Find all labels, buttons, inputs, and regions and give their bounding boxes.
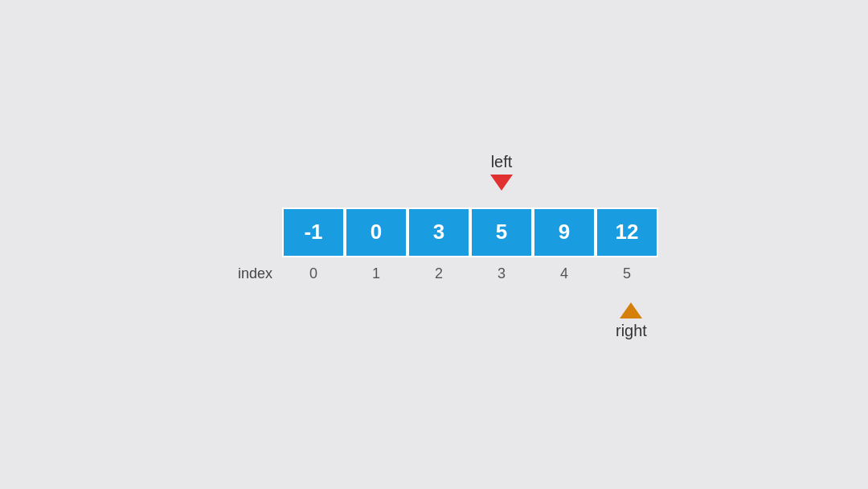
array-cell-4: 9 [533,208,596,257]
index-cell-4: 4 [533,265,596,282]
index-cell-3: 3 [470,265,533,282]
array-cell-3: 5 [470,208,533,257]
index-cell-5: 5 [596,265,658,282]
array-cell-5: 12 [596,208,658,257]
diagram-container: left -1 0 3 5 9 12 inde [210,208,658,282]
index-cell-1: 1 [345,265,407,282]
index-cell-0: 0 [282,265,345,282]
array-cell-2: 3 [407,208,470,257]
array-section: left -1 0 3 5 9 12 inde [210,208,658,282]
right-indicator: right [616,302,647,340]
left-indicator: left [490,153,513,191]
array-cell-0: -1 [282,208,345,257]
left-label: left [491,153,513,171]
array-row: -1 0 3 5 9 12 [282,208,658,257]
right-arrow-up-icon [620,302,642,318]
left-arrow-down-icon [490,175,513,191]
right-label: right [616,322,647,340]
index-label: index [210,265,282,282]
array-cell-1: 0 [345,208,407,257]
index-row: index 0 1 2 3 4 5 [210,265,658,282]
index-cell-2: 2 [407,265,470,282]
